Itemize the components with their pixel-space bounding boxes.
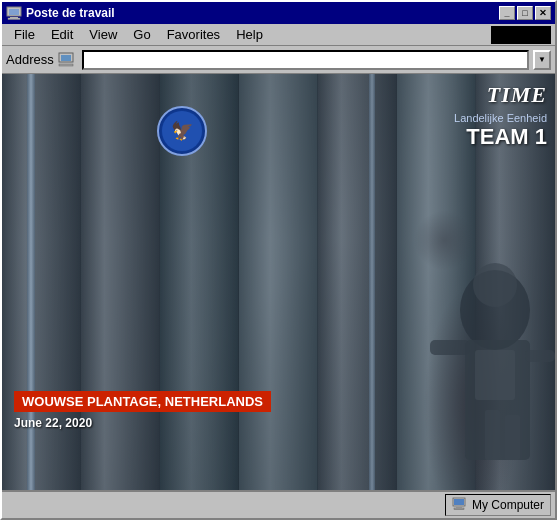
window-controls: _ □ ✕	[499, 6, 551, 20]
menu-go[interactable]: Go	[125, 25, 158, 44]
maximize-button[interactable]: □	[517, 6, 533, 20]
main-window: Poste de travail _ □ ✕ File Edit View Go…	[0, 0, 557, 520]
content-area: 🦅 TIME Landelijke Eenheid TEAM 1 WOUWSE …	[2, 74, 555, 490]
svg-rect-12	[525, 350, 555, 362]
address-icon	[58, 51, 78, 69]
logo-symbol: 🦅	[171, 120, 193, 142]
address-bar: Address ▼	[2, 46, 555, 74]
team-subtitle: Landelijke Eenheid	[454, 112, 547, 124]
window-title: Poste de travail	[26, 6, 115, 20]
svg-rect-5	[61, 55, 71, 61]
time-logo: TIME	[487, 82, 547, 108]
menu-edit[interactable]: Edit	[43, 25, 81, 44]
team-name: TEAM 1	[454, 124, 547, 150]
logo-inner: 🦅	[162, 111, 202, 151]
close-button[interactable]: ✕	[535, 6, 551, 20]
svg-rect-13	[475, 350, 515, 400]
figure-silhouette	[355, 210, 555, 490]
menu-bar: File Edit View Go Favorites Help	[2, 24, 555, 46]
address-dropdown[interactable]: ▼	[533, 50, 551, 70]
title-bar: Poste de travail _ □ ✕	[2, 2, 555, 24]
menu-file[interactable]: File	[6, 25, 43, 44]
video-frame: 🦅 TIME Landelijke Eenheid TEAM 1 WOUWSE …	[2, 74, 555, 490]
menu-favorites[interactable]: Favorites	[159, 25, 228, 44]
status-computer-icon	[452, 497, 468, 513]
location-overlay: WOUWSE PLANTAGE, NETHERLANDS June 22, 20…	[14, 391, 271, 430]
date-text: June 22, 2020	[14, 416, 271, 430]
status-bar: My Computer	[2, 490, 555, 518]
svg-rect-7	[59, 64, 73, 66]
svg-point-10	[473, 263, 517, 307]
svg-rect-11	[430, 340, 470, 355]
location-badge: WOUWSE PLANTAGE, NETHERLANDS	[14, 391, 271, 412]
logo-circle: 🦅	[157, 106, 207, 156]
menu-help[interactable]: Help	[228, 25, 271, 44]
my-computer-label: My Computer	[472, 498, 544, 512]
minimize-button[interactable]: _	[499, 6, 515, 20]
status-my-computer: My Computer	[445, 494, 551, 516]
svg-rect-17	[454, 499, 464, 505]
team-overlay: Landelijke Eenheid TEAM 1	[454, 112, 547, 150]
window-icon	[6, 5, 22, 21]
svg-rect-14	[485, 410, 500, 460]
menu-view[interactable]: View	[81, 25, 125, 44]
menu-right-decoration	[491, 26, 551, 44]
svg-rect-19	[454, 508, 464, 510]
address-label: Address	[6, 52, 54, 67]
title-bar-left: Poste de travail	[6, 5, 115, 21]
address-input[interactable]	[82, 50, 529, 70]
svg-rect-3	[8, 18, 20, 20]
svg-rect-15	[505, 415, 520, 460]
svg-rect-1	[9, 9, 19, 15]
